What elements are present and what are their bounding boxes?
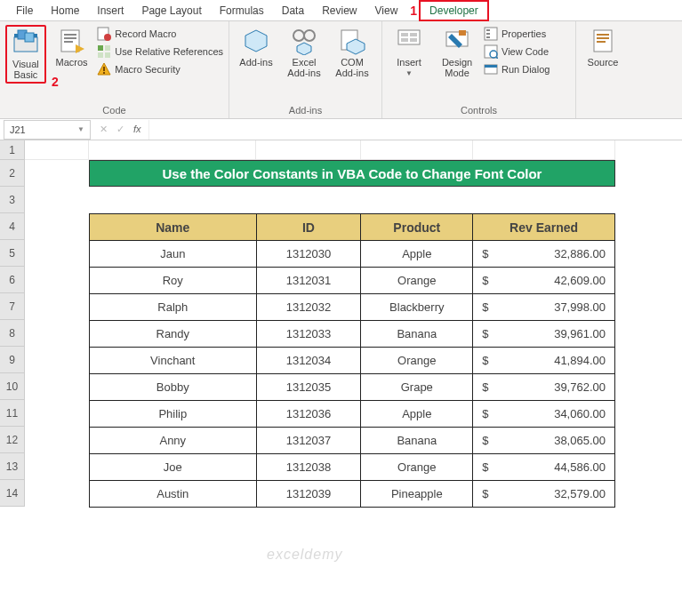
tab-file[interactable]: File [7, 2, 42, 20]
cell-name[interactable]: Randy [90, 321, 257, 348]
macros-button[interactable]: Macros [52, 25, 92, 69]
col-product[interactable]: Product [361, 214, 473, 241]
chevron-down-icon[interactable]: ▼ [77, 125, 84, 133]
cell-product[interactable]: Pineapple [361, 481, 473, 508]
cell-name[interactable]: Austin [90, 481, 257, 508]
row-header[interactable]: 6 [0, 267, 25, 293]
cell-product[interactable]: Apple [361, 401, 473, 428]
cell-id[interactable]: 1312032 [256, 294, 361, 321]
tab-home[interactable]: Home [42, 2, 88, 20]
view-code-label: View Code [501, 46, 549, 57]
cell-product[interactable]: Blackberry [361, 294, 473, 321]
tab-page-layout[interactable]: Page Layout [132, 2, 210, 20]
table-row[interactable]: Roy1312031Orange$42,609.00 [90, 268, 615, 294]
insert-controls-button[interactable]: Insert ▼ [388, 25, 430, 79]
svg-line-39 [496, 57, 498, 59]
table-row[interactable]: Randy1312033Banana$39,961.00 [90, 321, 615, 348]
cell-name[interactable]: Bobby [90, 374, 257, 401]
cell-name[interactable]: Joe [90, 454, 257, 481]
cell-rev[interactable]: $41,894.00 [473, 348, 615, 374]
tab-insert[interactable]: Insert [88, 2, 132, 20]
formula-input[interactable] [148, 120, 682, 140]
cell-id[interactable]: 1312039 [256, 481, 361, 508]
cell-product[interactable]: Orange [361, 454, 473, 481]
cell-id[interactable]: 1312035 [256, 374, 361, 401]
visual-basic-button[interactable]: Visual Basic 2 [5, 25, 46, 84]
cell-rev[interactable]: $34,060.00 [473, 401, 615, 428]
cell-name[interactable]: Philip [90, 401, 257, 428]
row-header[interactable]: 5 [0, 240, 25, 267]
cancel-icon[interactable]: ✕ [100, 124, 108, 135]
table-row[interactable]: Jaun1312030Apple$32,886.00 [90, 241, 615, 268]
row-header[interactable]: 11 [0, 400, 25, 427]
row-header[interactable]: 14 [0, 480, 25, 507]
cell-id[interactable]: 1312036 [256, 401, 361, 428]
cell-rev[interactable]: $39,762.00 [473, 374, 615, 401]
view-code-button[interactable]: View Code [484, 44, 550, 59]
row-header[interactable]: 13 [0, 453, 25, 480]
cell-rev[interactable]: $32,886.00 [473, 241, 615, 268]
table-row[interactable]: Joe1312038Orange$44,586.00 [90, 454, 615, 481]
cell-name[interactable]: Anny [90, 428, 257, 454]
properties-button[interactable]: Properties [484, 27, 550, 41]
name-box[interactable]: J21 ▼ [4, 120, 91, 140]
cell-name[interactable]: Jaun [90, 241, 257, 268]
cell-product[interactable]: Apple [361, 241, 473, 268]
addins-button[interactable]: Add-ins [235, 25, 277, 69]
cell-product[interactable]: Banana [361, 428, 473, 454]
cell-rev[interactable]: $37,998.00 [473, 294, 615, 321]
table-row[interactable]: Vinchant1312034Orange$41,894.00 [90, 348, 615, 374]
cell-product[interactable]: Grape [361, 374, 473, 401]
cell-product[interactable]: Banana [361, 321, 473, 348]
row-header[interactable]: 3 [0, 187, 25, 213]
cell-product[interactable]: Orange [361, 268, 473, 294]
cell-name[interactable]: Vinchant [90, 348, 257, 374]
cell-rev[interactable]: $32,579.00 [473, 481, 615, 508]
fx-icon[interactable]: fx [133, 124, 141, 135]
col-rev[interactable]: Rev Earned [473, 214, 615, 241]
row-header[interactable]: 7 [0, 293, 25, 320]
record-macro-button[interactable]: Record Macro [97, 27, 223, 41]
row-header[interactable]: 12 [0, 427, 25, 453]
tab-formulas[interactable]: Formulas [211, 2, 273, 20]
row-header[interactable]: 4 [0, 213, 25, 240]
table-row[interactable]: Bobby1312035Grape$39,762.00 [90, 374, 615, 401]
col-id[interactable]: ID [256, 214, 361, 241]
insert-controls-label: Insert [397, 57, 421, 68]
cell-name[interactable]: Roy [90, 268, 257, 294]
cell-rev[interactable]: $38,065.00 [473, 428, 615, 454]
table-row[interactable]: Anny1312037Banana$38,065.00 [90, 428, 615, 454]
cell-id[interactable]: 1312031 [256, 268, 361, 294]
tab-view[interactable]: View [366, 2, 407, 20]
cell-id[interactable]: 1312030 [256, 241, 361, 268]
cell-id[interactable]: 1312034 [256, 348, 361, 374]
table-row[interactable]: Ralph1312032Blackberry$37,998.00 [90, 294, 615, 321]
run-dialog-button[interactable]: Run Dialog [484, 62, 550, 76]
row-header[interactable]: 2 [0, 160, 25, 187]
cell-product[interactable]: Orange [361, 348, 473, 374]
cell-id[interactable]: 1312038 [256, 454, 361, 481]
cell-name[interactable]: Ralph [90, 294, 257, 321]
enter-icon[interactable]: ✓ [116, 124, 124, 135]
macro-security-button[interactable]: Macro Security [97, 62, 223, 76]
row-header[interactable]: 1 [0, 140, 25, 160]
cell-id[interactable]: 1312037 [256, 428, 361, 454]
source-button[interactable]: Source [582, 25, 624, 69]
row-header[interactable]: 10 [0, 373, 25, 400]
tab-developer[interactable]: Developer [419, 0, 489, 21]
row-header[interactable]: 8 [0, 320, 25, 347]
cell-rev[interactable]: $39,961.00 [473, 321, 615, 348]
tab-review[interactable]: Review [313, 2, 365, 20]
col-name[interactable]: Name [90, 214, 257, 241]
cell-rev[interactable]: $44,586.00 [473, 454, 615, 481]
cell-id[interactable]: 1312033 [256, 321, 361, 348]
com-addins-button[interactable]: COM Add-ins [331, 25, 373, 80]
use-rel-ref-button[interactable]: Use Relative References [97, 44, 223, 59]
excel-addins-button[interactable]: Excel Add-ins [283, 25, 325, 80]
cell-rev[interactable]: $42,609.00 [473, 268, 615, 294]
design-mode-button[interactable]: Design Mode [436, 25, 478, 80]
tab-data[interactable]: Data [273, 2, 313, 20]
table-row[interactable]: Philip1312036Apple$34,060.00 [90, 401, 615, 428]
row-header[interactable]: 9 [0, 347, 25, 373]
table-row[interactable]: Austin1312039Pineapple$32,579.00 [90, 481, 615, 508]
